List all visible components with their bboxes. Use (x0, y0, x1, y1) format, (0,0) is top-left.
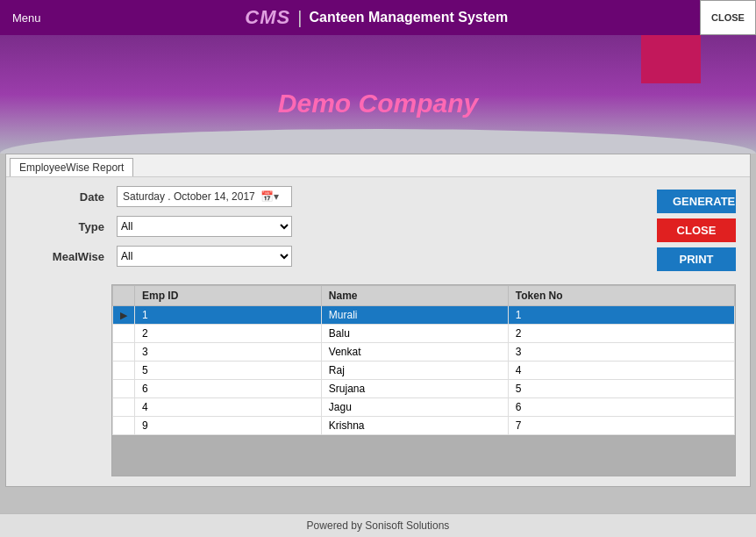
name-cell: Srujana (321, 380, 508, 398)
token-no-cell: 6 (508, 398, 734, 417)
table-row[interactable]: 2Balu2 (113, 325, 735, 343)
date-field[interactable]: Saturday . October 14, 2017 📅▾ (117, 186, 292, 207)
main-area: EmployeeWise Report Date Saturday . Octo… (5, 154, 751, 487)
menu-button[interactable]: Menu (0, 11, 53, 25)
table-row[interactable]: 4Jagu6 (113, 398, 735, 417)
header-separator: | (297, 8, 302, 28)
table-row[interactable]: ▶1Murali1 (113, 306, 735, 325)
token-no-cell: 5 (508, 380, 734, 398)
print-button[interactable]: PRINT (657, 247, 736, 271)
row-indicator (113, 362, 135, 380)
table-row[interactable]: 6Srujana5 (113, 380, 735, 398)
name-header: Name (321, 286, 508, 306)
calendar-icon[interactable]: 📅▾ (260, 190, 279, 203)
header-title-area: CMS | Canteen Management System (53, 6, 700, 29)
name-cell: Jagu (321, 398, 508, 417)
row-indicator: ▶ (113, 306, 135, 325)
mealwise-row: MealWise All (20, 246, 631, 267)
table-row[interactable]: 3Venkat3 (113, 343, 735, 362)
date-row: Date Saturday . October 14, 2017 📅▾ (20, 186, 631, 207)
table-row[interactable]: 5Raj4 (113, 362, 735, 380)
name-cell: Krishna (321, 417, 508, 435)
row-indicator (113, 417, 135, 435)
type-label: Type (20, 220, 117, 233)
banner-curve (0, 129, 756, 154)
table-footer (112, 435, 735, 476)
emp-id-cell: 3 (135, 343, 322, 362)
emp-id-cell: 5 (135, 362, 322, 380)
token-no-cell: 7 (508, 417, 734, 435)
footer: Powered by Sonisoft Solutions (0, 513, 756, 537)
company-name: Demo Company (278, 89, 478, 118)
emp-id-cell: 2 (135, 325, 322, 343)
date-value: Saturday . October 14, 2017 (123, 190, 255, 203)
token-no-cell: 2 (508, 325, 734, 343)
mealwise-label: MealWise (20, 250, 117, 263)
emp-id-header: Emp ID (135, 286, 322, 306)
table-header-row: Emp ID Name Token No (113, 286, 735, 306)
row-indicator (113, 398, 135, 417)
employee-table: Emp ID Name Token No ▶1Murali12Balu23Ven… (112, 285, 735, 435)
token-no-cell: 1 (508, 306, 734, 325)
row-indicator (113, 343, 135, 362)
close-button[interactable]: CLOSE (657, 218, 736, 242)
generate-button[interactable]: GENERATE (657, 190, 736, 213)
indicator-col-header (113, 286, 135, 306)
name-cell: Balu (321, 325, 508, 343)
header-bar: Menu CMS | Canteen Management System CLO… (0, 0, 756, 35)
emp-id-cell: 1 (135, 306, 322, 325)
footer-text: Powered by Sonisoft Solutions (307, 519, 450, 532)
form-fields: Date Saturday . October 14, 2017 📅▾ Type… (20, 186, 631, 276)
name-cell: Raj (321, 362, 508, 380)
date-label: Date (20, 190, 117, 204)
mealwise-select[interactable]: All (117, 246, 292, 267)
token-no-cell: 4 (508, 362, 734, 380)
header-subtitle: Canteen Management System (309, 10, 508, 25)
button-area: GENERATE CLOSE PRINT (631, 186, 736, 276)
type-select[interactable]: All (117, 216, 292, 237)
row-indicator (113, 380, 135, 398)
emp-id-cell: 6 (135, 380, 322, 398)
form-area: Date Saturday . October 14, 2017 📅▾ Type… (6, 177, 750, 284)
table-wrapper: Emp ID Name Token No ▶1Murali12Balu23Ven… (111, 284, 736, 476)
header-close-button[interactable]: CLOSE (700, 0, 756, 35)
cms-label: CMS (245, 6, 290, 29)
emp-id-cell: 9 (135, 417, 322, 435)
name-cell: Venkat (321, 343, 508, 362)
tab-employeewise-report[interactable]: EmployeeWise Report (10, 158, 133, 176)
name-cell: Murali (321, 306, 508, 325)
row-indicator (113, 325, 135, 343)
token-no-cell: 3 (508, 343, 734, 362)
token-no-header: Token No (508, 286, 734, 306)
banner-area: Demo Company (0, 35, 756, 154)
emp-id-cell: 4 (135, 398, 322, 417)
banner-pink-accent (641, 35, 701, 83)
type-row: Type All (20, 216, 631, 237)
table-row[interactable]: 9Krishna7 (113, 417, 735, 435)
tab-bar: EmployeeWise Report (6, 154, 750, 177)
